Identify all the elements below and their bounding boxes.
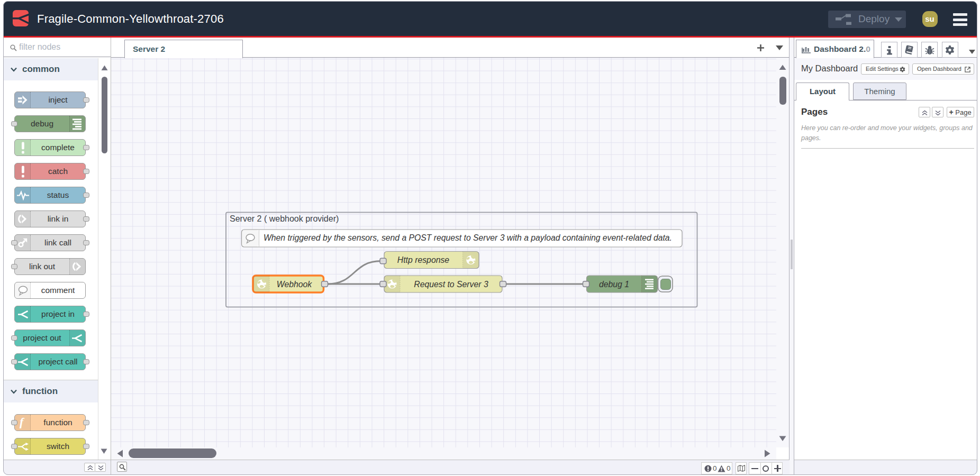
svg-text:Server 2 ( webhook provider): Server 2 ( webhook provider) <box>230 214 339 223</box>
svg-text:Request to Server 3: Request to Server 3 <box>414 280 488 289</box>
svg-text:debug 1: debug 1 <box>599 280 629 289</box>
svg-text:When triggered by the sensors,: When triggered by the sensors, send a PO… <box>264 233 672 242</box>
svg-text:Http response: Http response <box>397 255 450 264</box>
svg-text:Webhook: Webhook <box>277 280 313 289</box>
